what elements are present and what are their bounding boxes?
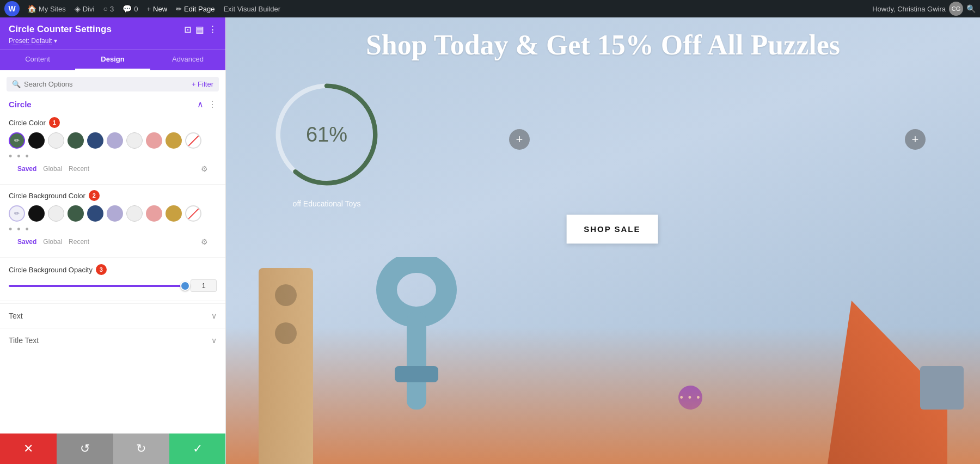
- swatch-custom-2[interactable]: ✏: [9, 205, 25, 222]
- title-text-section-arrow: ∨: [211, 336, 217, 345]
- circle-color-field: Circle Color 1 ✏: [0, 114, 225, 182]
- settings-panel: Circle Counter Settings ⊡ ▤ ⋮ Preset: De…: [0, 17, 226, 464]
- swatch-row-1: Saved Global Recent ⚙: [9, 162, 217, 175]
- swatch-none-1[interactable]: [185, 132, 201, 149]
- panel-title-icons: ⊡ ▤ ⋮: [184, 25, 217, 35]
- panel-layout-icon[interactable]: ▤: [195, 25, 204, 35]
- save-icon: ✓: [193, 442, 203, 456]
- wp-admin-bar: W 🏠 My Sites ◈ Divi ○ 3 💬 0 + New ✏ Edit…: [0, 0, 980, 17]
- swatch-white-2[interactable]: [48, 205, 64, 222]
- bar-item-mysites[interactable]: 🏠 My Sites: [23, 0, 70, 17]
- bottom-toolbar: ✕ ↺ ↻ ✓: [0, 434, 226, 464]
- cancel-button[interactable]: ✕: [0, 434, 57, 464]
- canvas-toys: [226, 235, 980, 464]
- global-label-1[interactable]: Global: [43, 165, 62, 173]
- page-hero: Shop Today & Get 15% Off All Puzzles: [226, 17, 980, 68]
- swatch-none-2[interactable]: [185, 205, 201, 222]
- add-section-btn-1[interactable]: +: [509, 129, 530, 150]
- svg-rect-3: [407, 312, 426, 410]
- search-icon: 🔍: [12, 80, 21, 88]
- swatch-lavender-2[interactable]: [107, 205, 123, 222]
- swatch-pink-1[interactable]: [146, 132, 162, 149]
- bar-item-circle[interactable]: ○ 3: [99, 0, 119, 17]
- collapse-circle-button[interactable]: ∧: [197, 99, 204, 109]
- saved-label-2[interactable]: Saved: [17, 238, 36, 246]
- search-user-icon[interactable]: 🔍: [966, 4, 976, 13]
- swatch-gold-2[interactable]: [166, 205, 182, 222]
- saved-label-1[interactable]: Saved: [17, 165, 36, 173]
- swatch-gold-1[interactable]: [166, 132, 182, 149]
- swatch-darkgreen-2[interactable]: [68, 205, 84, 222]
- panel-preset[interactable]: Preset: Default ▾: [9, 37, 217, 45]
- filter-button[interactable]: + Filter: [192, 80, 213, 88]
- title-text-section[interactable]: Title Text ∨: [0, 328, 225, 352]
- canvas-area: Shop Today & Get 15% Off All Puzzles 61%…: [226, 17, 980, 464]
- swatch-navy-2[interactable]: [87, 205, 103, 222]
- tab-design[interactable]: Design: [75, 50, 150, 70]
- block-hole-1: [275, 284, 297, 306]
- add-section-btn-2[interactable]: +: [905, 129, 926, 150]
- tab-advanced[interactable]: Advanced: [150, 50, 225, 70]
- panel-title-text: Circle Counter Settings: [9, 24, 112, 35]
- panel-resize-icon[interactable]: ⊡: [184, 25, 191, 35]
- toy-block: [259, 268, 313, 464]
- more-swatches-2[interactable]: • • •: [9, 224, 30, 235]
- circle-bg-opacity-field: Circle Background Opacity 3: [0, 260, 225, 298]
- panel-content: Circle ∧ ⋮ Circle Color 1 ✏: [0, 91, 225, 464]
- swatch-offwhite-2[interactable]: [126, 205, 143, 222]
- bar-item-exit-builder[interactable]: Exit Visual Builder: [219, 0, 285, 17]
- color-settings-icon-2[interactable]: ⚙: [201, 237, 208, 246]
- circle-counter-label: 61%: [270, 77, 384, 192]
- panel-more-icon[interactable]: ⋮: [208, 25, 217, 35]
- bar-item-editpage[interactable]: ✏ Edit Page: [171, 0, 219, 17]
- circle-bg-opacity-label: Circle Background Opacity 3: [9, 264, 217, 275]
- search-bar: 🔍 + Filter: [7, 77, 219, 91]
- swatch-custom[interactable]: ✏: [9, 132, 25, 149]
- tab-content[interactable]: Content: [0, 50, 75, 70]
- circle-bg-color-label: Circle Background Color 2: [9, 190, 217, 201]
- recent-label-1[interactable]: Recent: [69, 165, 89, 173]
- swatch-black-1[interactable]: [28, 132, 45, 149]
- search-input[interactable]: [24, 80, 188, 88]
- swatch-navy-1[interactable]: [87, 132, 103, 149]
- text-section-title: Text: [9, 312, 23, 320]
- circle-bg-color-field: Circle Background Color 2 ✏: [0, 187, 225, 255]
- global-label-2[interactable]: Global: [43, 238, 62, 246]
- pencil-icon-2: ✏: [14, 210, 20, 217]
- svg-rect-4: [395, 366, 438, 382]
- swatch-white-1[interactable]: [48, 132, 64, 149]
- recent-label-2[interactable]: Recent: [69, 238, 89, 246]
- opacity-slider-fill: [9, 285, 185, 287]
- save-button[interactable]: ✓: [169, 434, 226, 464]
- text-section-arrow: ∨: [211, 312, 217, 320]
- bar-item-divi[interactable]: ◈ Divi: [70, 0, 99, 17]
- swatch-pink-2[interactable]: [146, 205, 162, 222]
- wrench-svg: [346, 257, 487, 420]
- more-swatches-1[interactable]: • • •: [9, 151, 30, 162]
- pencil-icon: ✏: [14, 137, 20, 144]
- panel-title-row: Circle Counter Settings ⊡ ▤ ⋮: [9, 24, 217, 35]
- undo-button[interactable]: ↺: [57, 434, 113, 464]
- opacity-slider-thumb[interactable]: [180, 281, 190, 291]
- redo-button[interactable]: ↻: [113, 434, 170, 464]
- bar-item-new[interactable]: + New: [142, 0, 171, 17]
- circle-color-swatches: ✏: [9, 132, 217, 149]
- swatch-lavender-1[interactable]: [107, 132, 123, 149]
- color-settings-icon-1[interactable]: ⚙: [201, 164, 208, 173]
- circle-counter: 61% off Educational Toys: [270, 77, 384, 192]
- bar-item-comments[interactable]: 💬 0: [118, 0, 142, 17]
- panel-tabs: Content Design Advanced: [0, 49, 225, 70]
- swatch-offwhite-1[interactable]: [126, 132, 143, 149]
- opacity-value-input[interactable]: [191, 279, 217, 292]
- hero-title: Shop Today & Get 15% Off All Puzzles: [259, 28, 947, 62]
- opacity-slider-track[interactable]: [9, 285, 185, 287]
- user-greeting: Howdy, Christina Gwira CG 🔍: [872, 2, 976, 16]
- toy-small-cube: [920, 366, 964, 410]
- comment-icon: 💬: [122, 4, 132, 13]
- svg-point-2: [387, 262, 446, 317]
- wp-logo-icon[interactable]: W: [4, 1, 20, 16]
- circle-more-button[interactable]: ⋮: [208, 99, 217, 109]
- swatch-darkgreen-1[interactable]: [68, 132, 84, 149]
- swatch-black-2[interactable]: [28, 205, 45, 222]
- text-section[interactable]: Text ∨: [0, 303, 225, 328]
